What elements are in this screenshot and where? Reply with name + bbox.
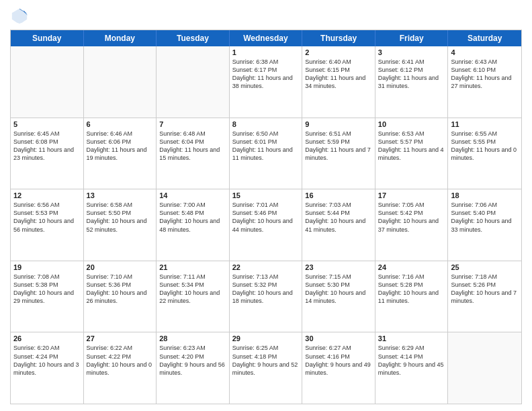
calendar-day-20: 20Sunrise: 7:10 AMSunset: 5:36 PMDayligh… [84, 261, 157, 332]
day-info-19: Sunrise: 7:08 AMSunset: 5:38 PMDaylight:… [13, 273, 81, 306]
day-number-10: 10 [378, 120, 445, 128]
calendar-day-empty [157, 46, 230, 118]
calendar-day-16: 16Sunrise: 7:03 AMSunset: 5:44 PMDayligh… [302, 189, 375, 261]
calendar-day-27: 27Sunrise: 6:22 AMSunset: 4:22 PMDayligh… [84, 332, 157, 404]
calendar-day-5: 5Sunrise: 6:45 AMSunset: 6:08 PMDaylight… [11, 118, 84, 189]
day-number-9: 9 [305, 120, 372, 128]
day-number-24: 24 [378, 263, 445, 271]
day-number-23: 23 [305, 263, 372, 271]
day-number-27: 27 [87, 334, 154, 342]
calendar-day-22: 22Sunrise: 7:13 AMSunset: 5:32 PMDayligh… [230, 261, 303, 332]
day-number-18: 18 [451, 191, 519, 199]
day-info-24: Sunrise: 7:16 AMSunset: 5:28 PMDaylight:… [378, 273, 445, 306]
calendar-week-1: 1Sunrise: 6:38 AMSunset: 6:17 PMDaylight… [11, 46, 521, 118]
day-number-25: 25 [451, 263, 519, 271]
header-day-thursday: Thursday [302, 30, 375, 46]
calendar-day-8: 8Sunrise: 6:50 AMSunset: 6:01 PMDaylight… [230, 118, 303, 189]
calendar-day-31: 31Sunrise: 6:29 AMSunset: 4:14 PMDayligh… [375, 332, 449, 404]
day-info-12: Sunrise: 6:56 AMSunset: 5:53 PMDaylight:… [13, 201, 81, 234]
day-info-27: Sunrise: 6:22 AMSunset: 4:22 PMDaylight:… [87, 344, 154, 377]
calendar-day-2: 2Sunrise: 6:40 AMSunset: 6:15 PMDaylight… [302, 46, 375, 118]
day-info-26: Sunrise: 6:20 AMSunset: 4:24 PMDaylight:… [13, 344, 81, 377]
calendar-day-empty [448, 332, 521, 404]
calendar-day-15: 15Sunrise: 7:01 AMSunset: 5:46 PMDayligh… [230, 189, 303, 261]
calendar-day-4: 4Sunrise: 6:43 AMSunset: 6:10 PMDaylight… [448, 46, 521, 118]
day-info-28: Sunrise: 6:23 AMSunset: 4:20 PMDaylight:… [159, 344, 226, 377]
header-day-sunday: Sunday [11, 30, 84, 46]
calendar-day-6: 6Sunrise: 6:46 AMSunset: 6:06 PMDaylight… [84, 118, 157, 189]
header-day-friday: Friday [375, 30, 449, 46]
calendar-week-2: 5Sunrise: 6:45 AMSunset: 6:08 PMDaylight… [11, 118, 521, 190]
calendar-week-4: 19Sunrise: 7:08 AMSunset: 5:38 PMDayligh… [11, 261, 521, 333]
day-info-17: Sunrise: 7:05 AMSunset: 5:42 PMDaylight:… [378, 201, 445, 234]
day-number-29: 29 [232, 334, 300, 342]
day-info-31: Sunrise: 6:29 AMSunset: 4:14 PMDaylight:… [378, 344, 445, 377]
day-info-10: Sunrise: 6:53 AMSunset: 5:57 PMDaylight:… [378, 130, 445, 163]
header-day-saturday: Saturday [448, 30, 521, 46]
day-info-2: Sunrise: 6:40 AMSunset: 6:15 PMDaylight:… [305, 58, 372, 91]
day-number-20: 20 [87, 263, 154, 271]
calendar-week-3: 12Sunrise: 6:56 AMSunset: 5:53 PMDayligh… [11, 189, 521, 261]
day-number-3: 3 [378, 48, 445, 56]
day-info-6: Sunrise: 6:46 AMSunset: 6:06 PMDaylight:… [87, 130, 154, 163]
day-info-23: Sunrise: 7:15 AMSunset: 5:30 PMDaylight:… [305, 273, 372, 306]
calendar-day-14: 14Sunrise: 7:00 AMSunset: 5:48 PMDayligh… [157, 189, 230, 261]
day-info-18: Sunrise: 7:06 AMSunset: 5:40 PMDaylight:… [451, 201, 519, 234]
day-info-14: Sunrise: 7:00 AMSunset: 5:48 PMDaylight:… [159, 201, 226, 234]
calendar-day-10: 10Sunrise: 6:53 AMSunset: 5:57 PMDayligh… [375, 118, 449, 189]
calendar-day-empty [11, 46, 84, 118]
day-number-12: 12 [13, 191, 81, 199]
day-info-13: Sunrise: 6:58 AMSunset: 5:50 PMDaylight:… [87, 201, 154, 234]
page: SundayMondayTuesdayWednesdayThursdayFrid… [0, 0, 532, 411]
calendar-day-11: 11Sunrise: 6:55 AMSunset: 5:55 PMDayligh… [448, 118, 521, 189]
day-info-30: Sunrise: 6:27 AMSunset: 4:16 PMDaylight:… [305, 344, 372, 377]
day-info-3: Sunrise: 6:41 AMSunset: 6:12 PMDaylight:… [378, 58, 445, 91]
day-info-4: Sunrise: 6:43 AMSunset: 6:10 PMDaylight:… [451, 58, 519, 91]
day-number-31: 31 [378, 334, 445, 342]
calendar-day-26: 26Sunrise: 6:20 AMSunset: 4:24 PMDayligh… [11, 332, 84, 404]
day-number-16: 16 [305, 191, 372, 199]
day-info-8: Sunrise: 6:50 AMSunset: 6:01 PMDaylight:… [232, 130, 300, 163]
day-number-1: 1 [232, 48, 300, 56]
day-number-28: 28 [159, 334, 226, 342]
calendar-day-empty [84, 46, 157, 118]
calendar-day-1: 1Sunrise: 6:38 AMSunset: 6:17 PMDaylight… [230, 46, 303, 118]
header-day-tuesday: Tuesday [157, 30, 230, 46]
header-day-monday: Monday [84, 30, 157, 46]
header [10, 7, 522, 26]
day-info-7: Sunrise: 6:48 AMSunset: 6:04 PMDaylight:… [159, 130, 226, 163]
svg-marker-0 [12, 9, 27, 24]
day-number-8: 8 [232, 120, 300, 128]
calendar-header-row: SundayMondayTuesdayWednesdayThursdayFrid… [11, 30, 521, 46]
calendar-day-13: 13Sunrise: 6:58 AMSunset: 5:50 PMDayligh… [84, 189, 157, 261]
header-day-wednesday: Wednesday [230, 30, 303, 46]
day-number-15: 15 [232, 191, 300, 199]
calendar-day-25: 25Sunrise: 7:18 AMSunset: 5:26 PMDayligh… [448, 261, 521, 332]
day-number-2: 2 [305, 48, 372, 56]
calendar-day-17: 17Sunrise: 7:05 AMSunset: 5:42 PMDayligh… [375, 189, 449, 261]
calendar-day-21: 21Sunrise: 7:11 AMSunset: 5:34 PMDayligh… [157, 261, 230, 332]
day-number-30: 30 [305, 334, 372, 342]
calendar-week-5: 26Sunrise: 6:20 AMSunset: 4:24 PMDayligh… [11, 332, 521, 404]
calendar-day-24: 24Sunrise: 7:16 AMSunset: 5:28 PMDayligh… [375, 261, 449, 332]
day-info-1: Sunrise: 6:38 AMSunset: 6:17 PMDaylight:… [232, 58, 300, 91]
day-number-19: 19 [13, 263, 81, 271]
day-number-4: 4 [451, 48, 519, 56]
logo [10, 7, 32, 26]
calendar-day-28: 28Sunrise: 6:23 AMSunset: 4:20 PMDayligh… [157, 332, 230, 404]
day-number-26: 26 [13, 334, 81, 342]
day-number-21: 21 [159, 263, 226, 271]
calendar-day-12: 12Sunrise: 6:56 AMSunset: 5:53 PMDayligh… [11, 189, 84, 261]
day-info-9: Sunrise: 6:51 AMSunset: 5:59 PMDaylight:… [305, 130, 372, 163]
day-number-7: 7 [159, 120, 226, 128]
day-number-22: 22 [232, 263, 300, 271]
logo-icon [10, 7, 29, 26]
calendar: SundayMondayTuesdayWednesdayThursdayFrid… [10, 30, 522, 404]
day-info-11: Sunrise: 6:55 AMSunset: 5:55 PMDaylight:… [451, 130, 519, 163]
calendar-day-3: 3Sunrise: 6:41 AMSunset: 6:12 PMDaylight… [375, 46, 449, 118]
day-info-20: Sunrise: 7:10 AMSunset: 5:36 PMDaylight:… [87, 273, 154, 306]
calendar-day-18: 18Sunrise: 7:06 AMSunset: 5:40 PMDayligh… [448, 189, 521, 261]
day-number-13: 13 [87, 191, 154, 199]
day-info-22: Sunrise: 7:13 AMSunset: 5:32 PMDaylight:… [232, 273, 300, 306]
calendar-day-29: 29Sunrise: 6:25 AMSunset: 4:18 PMDayligh… [230, 332, 303, 404]
